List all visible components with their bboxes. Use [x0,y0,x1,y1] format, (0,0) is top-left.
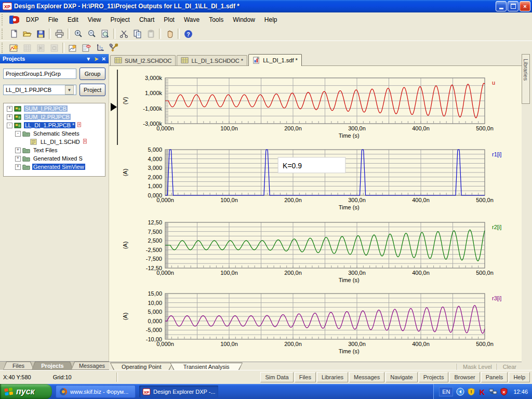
y-tick-label: 1,000 [148,183,162,189]
chart-wizard-icon[interactable] [66,42,79,54]
document-tab-ll-di-1-schdoc[interactable]: LL_DI_1.SCHDOC * [177,55,247,65]
network-icon[interactable] [489,388,497,396]
mask-level-button[interactable]: Mask Level [457,364,497,370]
close-button[interactable]: × [520,1,530,11]
tree-item-ll-di-1-prjpcb[interactable]: -LL_DI_1.PRJPCB * [4,121,105,129]
zoom-out-icon[interactable] [85,28,98,39]
security-warning-icon[interactable]: ! [467,388,475,396]
toolbar-gripper-2[interactable] [2,43,5,54]
panel-pin-icon[interactable]: ➤ [94,56,98,62]
menu-view[interactable]: View [83,15,106,25]
tree-item-generated-simview[interactable]: +Generated SimView [4,163,105,171]
panel-tab-messages[interactable]: Messages [71,362,113,370]
waveform-charts: 3,000k1,000k-1,000k-3,000k(V)0,000n100,0… [109,66,522,362]
menu-wave[interactable]: Wave [179,15,204,25]
language-indicator[interactable]: EN [439,387,453,396]
project-group-field[interactable]: ProjectGroup1.PrjGrp [3,69,76,79]
save-document-icon[interactable] [34,28,47,39]
pan-icon[interactable] [163,28,176,39]
project-button[interactable]: Project [79,84,105,96]
tree-item-sum-i-prjpcb[interactable]: +SUM_I.PRJPCB [4,104,105,113]
chevron-down-icon[interactable]: ▼ [65,85,74,95]
restore-button[interactable] [508,1,518,11]
panel-close-icon[interactable]: ✕ [102,56,106,62]
status-button-projects[interactable]: Projects [419,372,449,382]
status-button-help[interactable]: Help [509,372,530,382]
project-group-value: ProjectGroup1.PrjGrp [6,71,61,77]
x-tick-label: 100,0n [220,197,238,203]
legend-r3i[interactable]: r3[i] [492,295,501,301]
new-chart-icon[interactable] [7,42,20,54]
print-icon[interactable] [53,28,65,39]
analysis-tab-operating-point[interactable]: Operating Point [110,363,173,370]
expand-icon[interactable]: + [7,114,12,120]
menu-tools[interactable]: Tools [204,15,228,25]
document-tab-ll-di-1-sdf[interactable]: LL_DI_1.sdf * [248,54,302,66]
clear-button[interactable]: Clear [497,364,522,370]
panel-tab-projects[interactable]: Projects [32,362,73,370]
tree-item-sum-i2-prjpcb[interactable]: +SUM_I2.PRJPCB [4,113,105,121]
project-icon [14,122,22,129]
open-document-icon[interactable] [21,28,33,39]
axes-setup-icon[interactable]: 12 [94,42,106,54]
active-plot-marker [111,70,117,145]
status-button-browser[interactable]: Browser [449,372,480,382]
menu-file[interactable]: File [44,15,63,25]
expand-icon[interactable]: + [15,164,21,170]
cross-probe-icon[interactable] [117,28,130,39]
group-button[interactable]: Group [79,68,105,80]
wave-arrow-icon[interactable] [111,103,117,111]
status-button-panels[interactable]: Panels [481,372,508,382]
tree-item-generated-mixed-s[interactable]: +Generated Mixed S [4,154,105,163]
menu-project[interactable]: Project [106,15,135,25]
help-icon[interactable]: ? [182,28,194,39]
menu-help[interactable]: Help [260,15,282,25]
status-button-files[interactable]: Files [295,372,316,382]
projects-panel-title: Projects [3,56,83,62]
new-document-icon[interactable] [7,28,20,39]
start-button[interactable]: пуск [0,384,52,399]
panel-tab-files[interactable]: Files [3,362,34,370]
kaspersky-icon[interactable]: K [478,388,486,396]
menu-plot[interactable]: Plot [159,15,179,25]
expand-icon[interactable]: + [15,156,21,162]
legend-u[interactable]: u [492,79,495,86]
menu-dxp[interactable]: DXP [21,15,44,25]
toolbar-gripper[interactable] [2,29,5,39]
collapse-icon[interactable]: - [7,123,12,128]
panel-chevron-down-icon[interactable]: ▼ [86,56,91,62]
status-button-navigate[interactable]: Navigate [385,372,417,382]
menu-window[interactable]: Window [228,15,260,25]
status-button-sim-data[interactable]: Sim Data [260,372,293,382]
tree-item-text-files[interactable]: +Text Files [4,146,105,154]
sim-preferences-icon[interactable] [107,42,119,54]
status-button-libraries[interactable]: Libraries [317,372,348,382]
remove-wave-icon[interactable] [80,42,92,54]
taskbar-task-dxp[interactable]: XPDesign Explorer DXP -... [139,385,218,397]
zoom-area-icon[interactable] [99,28,111,39]
analysis-tab-transient-analysis[interactable]: Transient Analysis [170,363,243,370]
taskbar-task-firefox[interactable]: www.skif.biz - Форум... [56,385,135,397]
expand-icon[interactable]: + [7,106,12,112]
x-tick-label: 200,0n [284,125,302,131]
libraries-tab[interactable]: Libraries [522,54,530,104]
security-alert-icon[interactable]: × [500,388,508,396]
zoom-in-icon[interactable] [72,28,84,39]
minimize-button[interactable] [496,1,507,11]
grid-setting: Grid:10 [50,374,75,380]
menu-edit[interactable]: Edit [63,15,83,25]
expand-icon[interactable]: + [15,148,21,153]
status-button-messages[interactable]: Messages [349,372,384,382]
copy-icon[interactable] [131,28,143,39]
collapse-icon[interactable]: - [15,131,21,137]
document-tab-sum-i2-schdoc[interactable]: SUM_I2.SCHDOC [110,55,176,65]
legend-r1i[interactable]: r1[i] [492,151,501,157]
tree-item-ll-di-1-schd[interactable]: LL_DI_1.SCHD [4,138,105,146]
project-select[interactable]: LL_DI_1.PRJPCB ▼ [3,85,76,95]
hide-icons-icon[interactable] [456,388,464,396]
tree-item-schematic-sheets[interactable]: -Schematic Sheets [4,129,105,138]
legend-r2i[interactable]: r2[i] [492,224,501,230]
menubar-gripper[interactable] [2,14,5,25]
y-tick-label: 4,000 [148,156,162,162]
menu-chart[interactable]: Chart [135,15,159,25]
